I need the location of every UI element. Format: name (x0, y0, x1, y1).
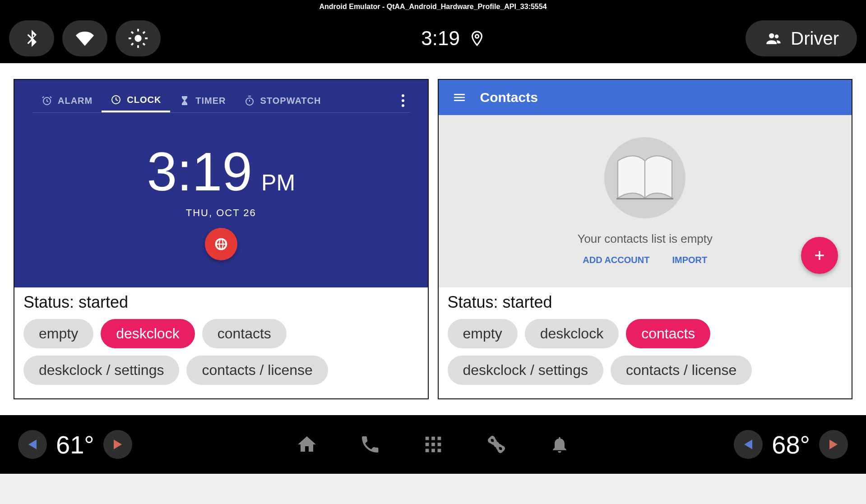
world-clock-button[interactable] (205, 228, 237, 260)
svg-point-11 (775, 35, 779, 39)
chip-contacts[interactable]: contacts (202, 319, 287, 348)
clock-time-value: 3:19 (147, 140, 252, 203)
apps-button[interactable] (422, 433, 445, 456)
fan-icon (485, 433, 508, 456)
driver-label: Driver (791, 28, 839, 49)
chip-empty-r[interactable]: empty (448, 319, 518, 348)
contacts-empty-text: Your contacts list is empty (577, 232, 713, 246)
svg-rect-17 (425, 437, 429, 440)
home-button[interactable] (296, 433, 318, 456)
clock-menu-button[interactable] (396, 89, 410, 112)
left-status-text: Status: started (23, 293, 419, 312)
window-title: Android Emulator - QtAA_Android_Hardware… (0, 0, 866, 14)
panels-container: ALARM CLOCK TIMER STOPWATCH (0, 63, 866, 415)
tab-stopwatch-label: STOPWATCH (260, 96, 321, 106)
svg-rect-25 (437, 449, 441, 453)
chip-contacts-r[interactable]: contacts (626, 319, 710, 348)
chip-deskclock-settings[interactable]: deskclock / settings (23, 356, 179, 385)
triangle-left-icon (28, 439, 37, 449)
fan-button[interactable] (485, 433, 508, 456)
svg-rect-18 (431, 437, 435, 440)
bluetooth-button[interactable] (9, 20, 54, 56)
brightness-button[interactable] (116, 20, 161, 56)
svg-rect-24 (431, 449, 435, 453)
chip-deskclock-r[interactable]: deskclock (525, 319, 619, 348)
svg-line-4 (143, 43, 145, 45)
driver-button[interactable]: Driver (746, 20, 857, 56)
phone-icon (359, 434, 381, 455)
left-panel: ALARM CLOCK TIMER STOPWATCH (14, 79, 429, 399)
svg-rect-20 (425, 443, 429, 446)
chip-empty[interactable]: empty (23, 319, 93, 348)
left-temp-up[interactable] (103, 430, 132, 459)
home-icon (296, 434, 318, 455)
book-icon (604, 137, 685, 218)
add-contact-button[interactable] (801, 237, 838, 274)
triangle-right-icon (829, 439, 838, 449)
clock-period: PM (261, 170, 295, 196)
contacts-title: Contacts (480, 90, 538, 105)
triangle-right-icon (114, 439, 122, 449)
statusbar-time: 3:19 (421, 27, 460, 50)
tab-alarm[interactable]: ALARM (32, 90, 102, 111)
notifications-button[interactable] (548, 433, 571, 456)
right-temp-up[interactable] (819, 430, 848, 459)
chip-deskclock[interactable]: deskclock (101, 319, 195, 348)
clock-date: THU, OCT 26 (186, 207, 256, 219)
svg-point-0 (134, 35, 141, 42)
bluetooth-icon (23, 27, 40, 50)
svg-rect-19 (437, 437, 441, 440)
svg-rect-21 (431, 443, 435, 446)
plus-icon (813, 249, 826, 262)
right-status-text: Status: started (448, 293, 843, 312)
tab-stopwatch[interactable]: STOPWATCH (235, 90, 330, 111)
right-panel: Contacts Your contacts list is empty ADD… (438, 79, 853, 399)
triangle-left-icon (744, 439, 752, 449)
globe-icon (214, 237, 228, 251)
tab-clock-label: CLOCK (127, 95, 161, 105)
left-temp-control: 61° (18, 430, 132, 459)
stopwatch-icon (244, 95, 255, 106)
import-button[interactable]: IMPORT (672, 255, 707, 265)
alarm-icon (42, 95, 52, 106)
wifi-icon (73, 29, 97, 47)
chip-contacts-license-r[interactable]: contacts / license (611, 356, 752, 385)
bottom-bar: 61° 68° (0, 415, 866, 474)
status-bar: 3:19 Driver (0, 14, 866, 63)
phone-button[interactable] (359, 433, 381, 456)
brightness-icon (128, 28, 148, 49)
chip-contacts-license[interactable]: contacts / license (186, 356, 328, 385)
left-temp-down[interactable] (18, 430, 47, 459)
svg-line-3 (131, 32, 133, 33)
tab-clock[interactable]: CLOCK (102, 89, 170, 112)
tab-timer-label: TIMER (195, 96, 226, 106)
svg-rect-23 (425, 449, 429, 453)
chip-deskclock-settings-r[interactable]: deskclock / settings (448, 356, 603, 385)
svg-point-10 (769, 33, 774, 38)
right-temp-control: 68° (734, 430, 848, 459)
tab-alarm-label: ALARM (58, 96, 93, 106)
hourglass-icon (179, 95, 190, 106)
bell-icon (550, 434, 570, 455)
apps-grid-icon (423, 434, 444, 455)
people-icon (764, 31, 783, 46)
right-temp-down[interactable] (734, 430, 763, 459)
svg-line-8 (143, 32, 145, 33)
clock-icon (111, 94, 121, 105)
svg-line-7 (131, 43, 133, 45)
add-account-button[interactable]: ADD ACCOUNT (583, 255, 649, 265)
wifi-button[interactable] (62, 20, 107, 56)
tab-timer[interactable]: TIMER (170, 90, 235, 111)
clock-app: ALARM CLOCK TIMER STOPWATCH (14, 80, 428, 287)
contacts-app: Contacts Your contacts list is empty ADD… (439, 80, 852, 287)
hamburger-icon[interactable] (452, 90, 467, 105)
left-temp-value: 61° (56, 430, 94, 459)
right-temp-value: 68° (772, 430, 810, 459)
svg-rect-22 (437, 443, 441, 446)
svg-point-9 (475, 35, 479, 38)
location-icon (469, 28, 485, 49)
